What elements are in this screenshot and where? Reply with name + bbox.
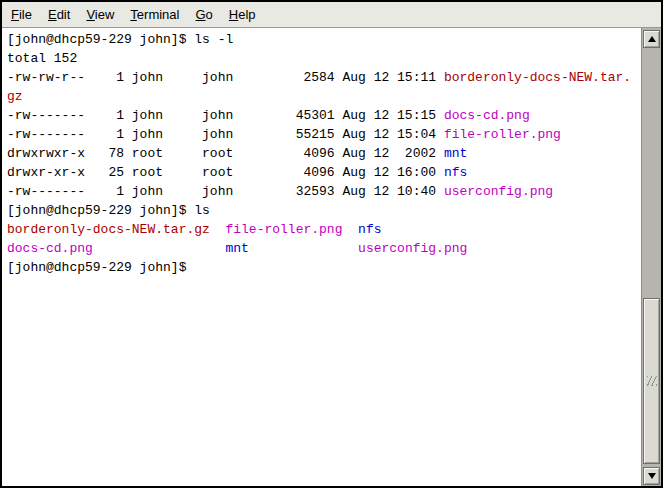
terminal-text-segment: [john@dhcp59-229 john]$ xyxy=(7,260,194,275)
terminal-text-segment xyxy=(93,241,226,256)
menu-view-label-rest: iew xyxy=(95,7,115,22)
terminal-line: total 152 xyxy=(7,49,641,68)
menu-view[interactable]: View xyxy=(78,4,122,26)
terminal-text-segment: mnt xyxy=(225,241,248,256)
scroll-down-icon xyxy=(648,473,656,479)
terminal-text-segment: mnt xyxy=(444,146,467,161)
terminal-line: -rw------- 1 john john 32593 Aug 12 10:4… xyxy=(7,182,641,201)
terminal-text-segment: -rw------- 1 john john 45301 Aug 12 15:1… xyxy=(7,108,444,123)
terminal-text-segment: docs-cd.png xyxy=(7,241,93,256)
terminal-text-segment: total 152 xyxy=(7,51,77,66)
terminal-window: File Edit View Terminal Go Help [john@dh… xyxy=(0,0,663,488)
scroll-down-button[interactable] xyxy=(643,467,660,485)
scrollbar-thumb[interactable] xyxy=(643,298,660,464)
menu-edit[interactable]: Edit xyxy=(40,4,78,26)
menu-file-label-rest: ile xyxy=(19,7,32,22)
terminal-text-segment: file-roller.png xyxy=(444,127,561,142)
terminal-line: -rw------- 1 john john 45301 Aug 12 15:1… xyxy=(7,106,641,125)
menu-help-label-rest: elp xyxy=(238,7,255,22)
terminal-text-segment: borderonly-docs-NEW.tar. xyxy=(444,70,631,85)
terminal-text-segment: userconfig.png xyxy=(358,241,467,256)
terminal-line: [john@dhcp59-229 john]$ xyxy=(7,258,641,277)
terminal-line: [john@dhcp59-229 john]$ ls xyxy=(7,201,641,220)
terminal-text-segment: [john@dhcp59-229 john]$ ls -l xyxy=(7,32,233,47)
terminal-line: -rw------- 1 john john 55215 Aug 12 15:0… xyxy=(7,125,641,144)
menu-edit-label-rest: dit xyxy=(57,7,71,22)
terminal-line: [john@dhcp59-229 john]$ ls -l xyxy=(7,30,641,49)
terminal-output: [john@dhcp59-229 john]$ ls -ltotal 152-r… xyxy=(7,30,641,277)
scrollbar-grip-icon xyxy=(647,376,657,386)
menu-help[interactable]: Help xyxy=(221,4,264,26)
terminal-screen[interactable]: [john@dhcp59-229 john]$ ls -ltotal 152-r… xyxy=(2,28,641,486)
scroll-up-button[interactable] xyxy=(643,30,660,48)
terminal-text-segment: -rw------- 1 john john 32593 Aug 12 10:4… xyxy=(7,184,444,199)
menu-file[interactable]: File xyxy=(3,4,40,26)
terminal-text-segment: -rw------- 1 john john 55215 Aug 12 15:0… xyxy=(7,127,444,142)
terminal-text-segment: nfs xyxy=(358,222,381,237)
terminal-text-segment: userconfig.png xyxy=(444,184,553,199)
terminal-text-segment xyxy=(342,222,358,237)
terminal-text-segment: gz xyxy=(7,89,23,104)
terminal-text-segment: docs-cd.png xyxy=(444,108,530,123)
terminal-line: docs-cd.png mnt userconfig.png xyxy=(7,239,641,258)
terminal-text-segment xyxy=(249,241,358,256)
terminal-line: borderonly-docs-NEW.tar.gz file-roller.p… xyxy=(7,220,641,239)
menu-go-label-rest: o xyxy=(206,7,213,22)
terminal-text-segment: borderonly-docs-NEW.tar.gz xyxy=(7,222,210,237)
menu-terminal-label-rest: erminal xyxy=(137,7,180,22)
terminal-text-segment: drwxrwxr-x 78 root root 4096 Aug 12 2002 xyxy=(7,146,444,161)
terminal-line: drwxr-xr-x 25 root root 4096 Aug 12 16:0… xyxy=(7,163,641,182)
terminal-line: -rw-rw-r-- 1 john john 2584 Aug 12 15:11… xyxy=(7,68,641,87)
terminal-text-segment: -rw-rw-r-- 1 john john 2584 Aug 12 15:11 xyxy=(7,70,444,85)
terminal-text-segment xyxy=(210,222,226,237)
terminal-line: drwxrwxr-x 78 root root 4096 Aug 12 2002… xyxy=(7,144,641,163)
terminal-line: gz xyxy=(7,87,641,106)
terminal-text-segment: drwxr-xr-x 25 root root 4096 Aug 12 16:0… xyxy=(7,165,444,180)
menubar: File Edit View Terminal Go Help xyxy=(2,2,661,28)
terminal-text-segment: nfs xyxy=(444,165,467,180)
menu-go-mnemonic: G xyxy=(195,7,205,22)
menu-terminal[interactable]: Terminal xyxy=(122,4,187,26)
menu-go[interactable]: Go xyxy=(187,4,220,26)
menu-file-mnemonic: F xyxy=(11,7,19,22)
terminal-text-segment: file-roller.png xyxy=(225,222,342,237)
menu-help-mnemonic: H xyxy=(229,7,238,22)
menu-view-mnemonic: V xyxy=(86,7,94,22)
scrollbar[interactable] xyxy=(641,28,661,486)
terminal-content: [john@dhcp59-229 john]$ ls -ltotal 152-r… xyxy=(2,28,661,486)
scroll-up-icon xyxy=(648,36,656,42)
terminal-text-segment: [john@dhcp59-229 john]$ ls xyxy=(7,203,210,218)
menu-edit-mnemonic: E xyxy=(48,7,57,22)
